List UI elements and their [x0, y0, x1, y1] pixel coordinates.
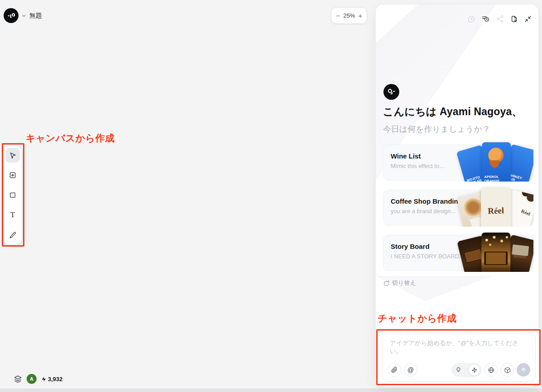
chevron-down-icon[interactable]: [21, 13, 27, 19]
chat-composer[interactable]: アイデアから始めるか、"@"を入力してください。 @: [382, 333, 536, 382]
arrow-up-icon: [520, 367, 527, 373]
add-frame-tool-button[interactable]: [5, 168, 20, 182]
text-tool-button[interactable]: T: [5, 208, 20, 222]
zoom-in-button[interactable]: +: [358, 12, 362, 19]
credits-counter: 3,932: [41, 376, 63, 383]
composer-toolbar: @: [388, 363, 530, 377]
assets-3d-button[interactable]: [500, 363, 514, 377]
send-button[interactable]: [517, 363, 530, 377]
chat-panel: こんにちは Ayami Nagoya、 今日は何を作りましょうか？ Wine L…: [376, 5, 538, 387]
zoom-level: 25%: [343, 12, 355, 19]
poster-text: WHISKEY SOUR: [505, 173, 528, 182]
coffee-cup-graphic: [468, 216, 486, 227]
status-bar: A 3,932: [14, 374, 63, 384]
switch-label: 切り替え: [392, 279, 416, 287]
mention-button[interactable]: @: [404, 363, 417, 377]
document-title[interactable]: 無題: [29, 12, 42, 20]
assistant-avatar: [383, 84, 399, 100]
suggestion-title: Story Board: [391, 243, 533, 250]
canvas-toolbar: T: [4, 145, 22, 245]
suggestion-title: Wine List: [391, 152, 533, 160]
zoom-out-button[interactable]: −: [336, 12, 340, 19]
suggestion-subtitle: you are a brand design...: [391, 208, 533, 215]
suggestion-title: Coffee Shop Branding: [391, 197, 533, 205]
bolt-icon: [41, 376, 47, 382]
cursor-icon: [9, 151, 17, 160]
composer-left-group: @: [388, 363, 417, 377]
shape-tool-button[interactable]: [5, 188, 20, 202]
zap-icon: [472, 367, 477, 373]
duplicate-doc-icon[interactable]: [510, 15, 518, 23]
panel-header: [467, 14, 532, 23]
paperclip-icon: [391, 367, 397, 373]
composer-placeholder: アイデアから始めるか、"@"を入力してください。: [390, 339, 529, 355]
cube-icon: [504, 367, 511, 373]
wine-poster-center: APEROL ORANGE LIGHT: [482, 142, 511, 182]
app-logo[interactable]: [4, 8, 19, 23]
select-tool-button[interactable]: [5, 148, 20, 163]
at-sign-icon: @: [407, 366, 414, 373]
greeting-subtitle: 今日は何を作りましょうか？: [383, 124, 490, 135]
globe-icon: [488, 367, 495, 373]
suggestion-card-coffee-branding[interactable]: Coffee Shop Branding you are a brand des…: [383, 190, 534, 226]
coffee-preview: Réel Réel: [456, 186, 533, 227]
web-search-button[interactable]: [484, 363, 498, 377]
canvas-topbar: 無題: [4, 8, 42, 23]
greeting-title: こんにちは Ayami Nagoya、: [383, 105, 523, 119]
zoom-control: − 25% +: [332, 8, 367, 23]
logo-mark-icon: [7, 11, 16, 20]
suggestion-card-wine-list[interactable]: Wine List Mimic this effect to... MOJITO…: [383, 145, 534, 181]
mode-toggle[interactable]: [452, 363, 481, 377]
credits-value: 3,932: [48, 376, 63, 383]
suggestion-subtitle: I NEED A STORY BOARD...: [391, 253, 533, 260]
annotation-canvas-label: キャンバスから作成: [26, 132, 115, 145]
zap-mode-selected[interactable]: [468, 364, 480, 376]
history-icon[interactable]: [481, 14, 490, 23]
collapse-panel-icon[interactable]: [524, 15, 532, 23]
suggestion-card-story-board[interactable]: Story Board I NEED A STORY BOARD...: [383, 235, 534, 271]
bottom-edge: [0, 388, 542, 392]
user-avatar[interactable]: A: [27, 374, 37, 384]
new-chat-icon[interactable]: [467, 15, 476, 23]
poster-text: APEROL ORANGE LIGHT: [484, 175, 509, 182]
text-tool-icon: T: [10, 210, 15, 219]
switch-suggestions-button[interactable]: 切り替え: [383, 279, 416, 287]
suggestion-subtitle: Mimic this effect to...: [391, 163, 533, 169]
square-plus-icon: [9, 171, 17, 179]
assistant-logo-icon: [387, 87, 396, 97]
brand-card-center: Réel: [481, 187, 511, 227]
poster-text: MOJITO MINT FRESH: [467, 173, 490, 182]
rectangle-icon: [9, 191, 17, 199]
pencil-icon: [9, 231, 17, 239]
annotation-chat-label: チャットから作成: [378, 312, 457, 325]
refresh-icon: [383, 280, 390, 287]
storyboard-preview: [456, 231, 533, 272]
wine-preview: MOJITO MINT FRESH APEROL ORANGE LIGHT WH…: [456, 140, 533, 182]
pen-tool-button[interactable]: [5, 228, 20, 242]
attach-button[interactable]: [388, 363, 401, 377]
composer-right-group: [452, 363, 530, 377]
lightbulb-icon[interactable]: [455, 367, 462, 373]
story-frame-center: [481, 233, 510, 272]
suggestion-cards: Wine List Mimic this effect to... MOJITO…: [383, 145, 534, 271]
layers-icon[interactable]: [14, 375, 22, 383]
share-icon[interactable]: [496, 15, 504, 23]
